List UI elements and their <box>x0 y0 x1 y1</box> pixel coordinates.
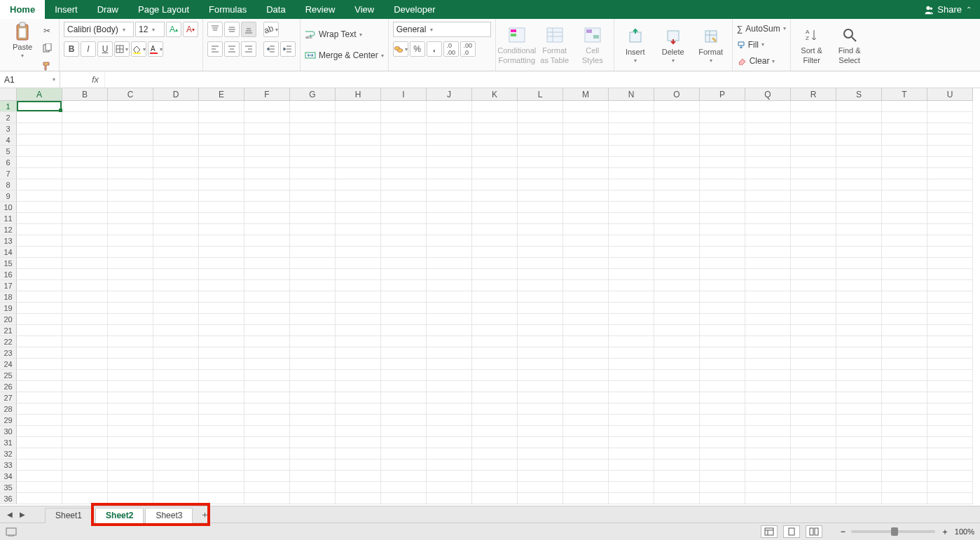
cell[interactable] <box>290 179 336 191</box>
decrease-decimal-button[interactable]: .00.0 <box>460 41 476 57</box>
percent-button[interactable]: % <box>410 41 425 57</box>
cell[interactable] <box>199 247 244 258</box>
cell[interactable] <box>654 415 700 426</box>
cell[interactable] <box>427 471 472 482</box>
bold-button[interactable]: B <box>64 41 79 57</box>
cell[interactable] <box>700 112 745 123</box>
cell[interactable] <box>199 392 244 403</box>
cell[interactable] <box>427 314 472 325</box>
cell[interactable] <box>927 269 973 280</box>
cell[interactable] <box>290 482 336 493</box>
cell[interactable] <box>654 146 700 157</box>
cell[interactable] <box>882 325 927 336</box>
cell[interactable] <box>427 426 472 437</box>
cell[interactable] <box>381 359 427 370</box>
cell[interactable] <box>153 123 199 134</box>
cell[interactable] <box>563 134 609 146</box>
cell[interactable] <box>153 247 199 258</box>
cell[interactable] <box>745 168 791 179</box>
cell[interactable] <box>654 224 700 235</box>
format-as-table-button[interactable]: Format as Table <box>538 22 572 68</box>
cell[interactable] <box>381 336 427 347</box>
cell[interactable] <box>17 291 62 303</box>
row-header[interactable]: 20 <box>0 314 17 325</box>
cell[interactable] <box>927 392 973 403</box>
cell[interactable] <box>62 459 108 471</box>
cell[interactable] <box>17 247 62 258</box>
cell[interactable] <box>654 493 700 504</box>
cell[interactable] <box>882 101 927 112</box>
cell[interactable] <box>836 370 882 381</box>
cell[interactable] <box>199 347 244 359</box>
cell[interactable] <box>290 202 336 213</box>
cell[interactable] <box>518 179 563 191</box>
cell[interactable] <box>836 269 882 280</box>
cell[interactable] <box>654 202 700 213</box>
cell[interactable] <box>791 359 836 370</box>
cell[interactable] <box>654 112 700 123</box>
cell[interactable] <box>62 112 108 123</box>
cell[interactable] <box>518 235 563 247</box>
cell[interactable] <box>563 437 609 448</box>
cell[interactable] <box>791 258 836 269</box>
cell[interactable] <box>654 213 700 224</box>
cell[interactable] <box>609 191 654 202</box>
cell[interactable] <box>927 112 973 123</box>
cell[interactable] <box>244 314 290 325</box>
decrease-indent-button[interactable] <box>263 41 279 57</box>
cell[interactable] <box>882 437 927 448</box>
cell[interactable] <box>472 134 518 146</box>
cell[interactable] <box>336 202 381 213</box>
cell[interactable] <box>244 381 290 392</box>
cell[interactable] <box>791 482 836 493</box>
cell[interactable] <box>199 415 244 426</box>
cell[interactable] <box>518 370 563 381</box>
cell[interactable] <box>791 269 836 280</box>
underline-button[interactable]: U <box>97 41 113 57</box>
cell[interactable] <box>791 370 836 381</box>
cell[interactable] <box>882 134 927 146</box>
cell[interactable] <box>244 123 290 134</box>
cell[interactable] <box>17 336 62 347</box>
cell[interactable] <box>836 258 882 269</box>
cell[interactable] <box>381 235 427 247</box>
row-header[interactable]: 2 <box>0 112 17 123</box>
cell[interactable] <box>745 359 791 370</box>
column-header[interactable]: G <box>290 88 336 101</box>
cell[interactable] <box>700 482 745 493</box>
cell[interactable] <box>427 123 472 134</box>
cell[interactable] <box>290 134 336 146</box>
cell[interactable] <box>108 112 153 123</box>
column-header[interactable]: D <box>153 88 199 101</box>
cell[interactable] <box>290 123 336 134</box>
fill-button[interactable]: Fill ▾ <box>737 38 786 51</box>
column-header[interactable]: L <box>518 88 563 101</box>
tab-view[interactable]: View <box>345 0 384 19</box>
row-header[interactable]: 26 <box>0 381 17 392</box>
cell[interactable] <box>882 157 927 168</box>
fx-button[interactable]: fx <box>60 71 105 88</box>
cell[interactable] <box>17 213 62 224</box>
tab-home[interactable]: Home <box>0 0 45 19</box>
increase-indent-button[interactable] <box>280 41 296 57</box>
row-header[interactable]: 16 <box>0 269 17 280</box>
cell[interactable] <box>199 314 244 325</box>
cell[interactable] <box>381 370 427 381</box>
cell[interactable] <box>927 482 973 493</box>
cell[interactable] <box>609 426 654 437</box>
cell[interactable] <box>700 370 745 381</box>
cell[interactable] <box>563 123 609 134</box>
cell[interactable] <box>609 224 654 235</box>
cell[interactable] <box>427 403 472 415</box>
cell[interactable] <box>563 224 609 235</box>
cell[interactable] <box>199 482 244 493</box>
cell[interactable] <box>381 123 427 134</box>
cell[interactable] <box>791 157 836 168</box>
cell[interactable] <box>472 392 518 403</box>
cell[interactable] <box>290 359 336 370</box>
column-header[interactable]: Q <box>745 88 791 101</box>
cell[interactable] <box>244 493 290 504</box>
row-header[interactable]: 15 <box>0 258 17 269</box>
cell[interactable] <box>791 415 836 426</box>
cell[interactable] <box>244 247 290 258</box>
